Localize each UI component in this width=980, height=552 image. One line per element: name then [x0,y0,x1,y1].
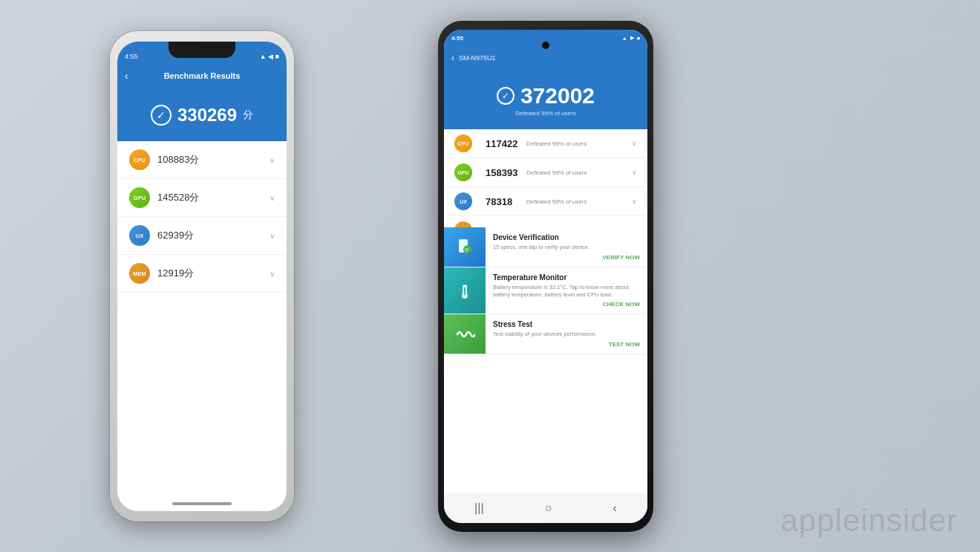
iphone-ux-chevron: ∨ [270,232,275,240]
samsung-check-icon: ✓ [497,87,514,105]
svg-rect-5 [464,288,466,295]
iphone-ux-badge: UX [129,225,150,246]
card-device-verify-action[interactable]: VERIFY NOW [493,254,640,261]
samsung-device-label: SM-N975U1 [459,54,496,62]
samsung-score-row: ✓ 372002 [497,83,595,108]
iphone-status-icons: ▲ ◀ ■ [260,53,279,60]
card-temp-action[interactable]: CHECK NOW [493,301,640,308]
iphone-score-unit: 分 [243,108,253,122]
iphone-device: 4:55 ▲ ◀ ■ ‹ Benchmark Results ✓ 330269 … [110,31,294,522]
iphone-check-icon: ✓ [151,105,172,126]
samsung-camera [542,42,549,49]
samsung-header: ‹ SM-N975U1 [444,46,647,70]
samsung-score-area: ✓ 372002 Defeated 99% of users [444,70,647,129]
samsung-status-icons: ▲ ▶ ■ [622,35,640,41]
iphone-cpu-row: CPU 108883分 ∨ [117,141,287,179]
iphone-gpu-chevron: ∨ [270,194,275,202]
samsung-gpu-defeated: Defeated 99% of users [526,169,632,176]
card-temp-icon [444,267,486,314]
samsung-cards: 🔍 Device Verification 15 specs, one tap … [444,227,647,493]
samsung-battery-icon: ■ [637,36,640,41]
temp-svg [454,280,475,301]
iphone-cpu-chevron: ∨ [270,156,275,164]
iphone-gpu-value: 145528分 [157,191,199,204]
iphone-mem-badge: MEM [129,263,150,284]
samsung-navbar: ||| ○ ‹ [444,493,647,523]
iphone-mem-row: MEM 12919分 ∨ [117,255,287,293]
samsung-score-value: 372002 [520,83,595,108]
card-device-verify-desc: 15 specs, one tap to verify your device. [493,244,640,251]
samsung-card-temp[interactable]: Temperature Monitor Battery temperature … [444,267,647,315]
iphone-score-section: ✓ 330269 分 [117,89,287,141]
iphone-header-title: Benchmark Results [164,71,241,80]
samsung-ux-badge: UX [454,192,472,210]
iphone-header: ‹ Benchmark Results [117,62,287,89]
iphone-back-button[interactable]: ‹ [125,70,128,82]
card-temp-content: Temperature Monitor Battery temperature … [486,267,647,314]
svg-text:🔍: 🔍 [464,247,471,254]
samsung-gpu-badge: GPU [454,163,472,181]
samsung-ux-value: 78318 [486,196,526,207]
card-device-verify-title: Device Verification [493,233,640,241]
samsung-ux-row: UX 78318 Defeated 99% of users ∨ [444,187,647,216]
card-stress-action[interactable]: TEST NOW [493,341,640,348]
samsung-nav-back[interactable]: ‹ [613,501,617,515]
iphone-gpu-badge: GPU [129,187,150,208]
iphone-notch [169,42,235,58]
iphone-body: CPU 108883分 ∨ GPU 145528分 ∨ UX 62939分 ∨ … [117,141,287,511]
samsung-device: 4:55 ▲ ▶ ■ ‹ SM-N975U1 ✓ 372002 Defeated… [438,21,653,532]
stress-svg [454,324,475,345]
samsung-ux-defeated: Defeated 99% of users [526,198,632,205]
samsung-cpu-badge: CPU [454,134,472,152]
card-temp-title: Temperature Monitor [493,273,640,282]
samsung-nav-home[interactable]: ○ [545,501,552,515]
card-device-verify-icon: 🔍 [444,227,486,267]
iphone-ux-value: 62939分 [157,229,194,242]
iphone-ux-row: UX 62939分 ∨ [117,217,287,255]
iphone-mem-value: 12919分 [157,267,194,280]
card-temp-desc: Battery temperature is 32.1°C. Tap to kn… [493,284,640,299]
samsung-ux-chevron: ∨ [632,198,637,205]
samsung-back-button[interactable]: ‹ [451,53,454,63]
iphone-mem-chevron: ∨ [270,270,275,278]
iphone-gpu-row: GPU 145528分 ∨ [117,179,287,217]
samsung-wifi-icon: ▶ [630,35,634,41]
card-stress-title: Stress Test [493,320,640,328]
samsung-gpu-value: 158393 [486,167,526,178]
card-device-verify-content: Device Verification 15 specs, one tap to… [486,227,647,267]
card-stress-content: Stress Test Test stability of your devic… [486,314,647,354]
iphone-screen: 4:55 ▲ ◀ ■ ‹ Benchmark Results ✓ 330269 … [117,42,287,511]
samsung-card-device-verify[interactable]: 🔍 Device Verification 15 specs, one tap … [444,227,647,267]
samsung-gpu-chevron: ∨ [632,169,637,176]
card-stress-icon [444,314,486,354]
samsung-card-stress[interactable]: Stress Test Test stability of your devic… [444,314,647,354]
samsung-signal-icon: ▲ [622,36,627,41]
device-verify-svg: 🔍 [454,236,475,257]
iphone-cpu-value: 108883分 [157,153,199,166]
samsung-defeated-text: Defeated 99% of users [515,110,575,117]
samsung-cpu-row: CPU 117422 Defeated 99% of users ∨ [444,129,647,158]
samsung-cpu-value: 117422 [486,138,526,149]
iphone-score-value: 330269 [177,105,237,126]
iphone-cpu-badge: CPU [129,149,150,170]
iphone-time: 4:55 [125,53,138,60]
iphone-home-bar [172,502,232,505]
samsung-cpu-defeated: Defeated 99% of users [526,140,632,147]
samsung-cpu-chevron: ∨ [632,140,637,147]
samsung-nav-menu[interactable]: ||| [474,501,483,515]
watermark: appleinsider [781,503,958,539]
samsung-gpu-row: GPU 158393 Defeated 99% of users ∨ [444,158,647,187]
samsung-screen: 4:55 ▲ ▶ ■ ‹ SM-N975U1 ✓ 372002 Defeated… [444,30,647,523]
card-stress-desc: Test stability of your devices performan… [493,331,640,338]
samsung-time: 4:55 [451,35,463,42]
